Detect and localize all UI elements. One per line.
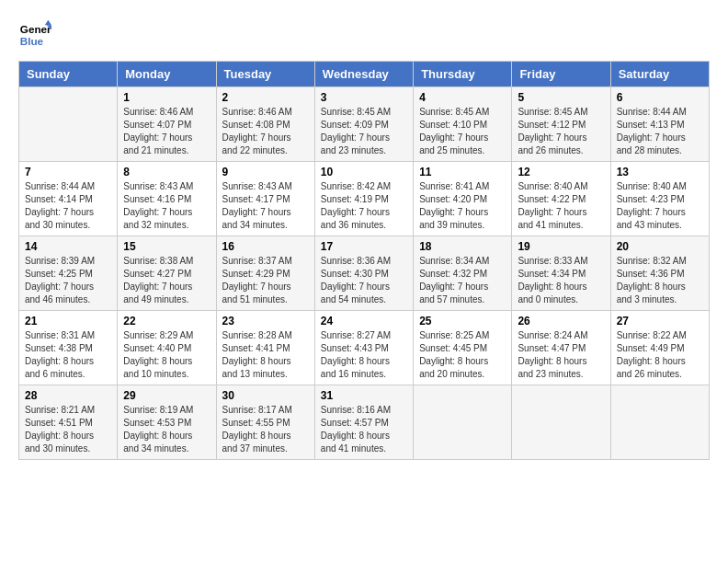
day-info: Sunrise: 8:43 AMSunset: 4:17 PMDaylight:… [222, 180, 309, 232]
logo-icon: General Blue [18, 18, 51, 52]
day-info: Sunrise: 8:28 AMSunset: 4:41 PMDaylight:… [222, 329, 309, 381]
day-cell: 1Sunrise: 8:46 AMSunset: 4:07 PMDaylight… [118, 87, 216, 162]
day-number: 29 [123, 389, 210, 402]
day-number: 23 [222, 315, 309, 327]
day-cell [414, 385, 512, 460]
day-info: Sunrise: 8:16 AMSunset: 4:57 PMDaylight:… [321, 404, 407, 455]
day-number: 8 [123, 166, 210, 178]
day-cell: 26Sunrise: 8:24 AMSunset: 4:47 PMDayligh… [512, 311, 610, 385]
week-row-2: 7Sunrise: 8:44 AMSunset: 4:14 PMDaylight… [19, 162, 710, 236]
day-info: Sunrise: 8:21 AMSunset: 4:51 PMDaylight:… [25, 404, 111, 455]
day-cell [19, 87, 118, 162]
day-number: 1 [123, 91, 210, 104]
day-info: Sunrise: 8:38 AMSunset: 4:27 PMDaylight:… [123, 255, 210, 306]
day-info: Sunrise: 8:41 AMSunset: 4:20 PMDaylight:… [419, 180, 506, 232]
day-number: 19 [518, 240, 604, 253]
day-number: 2 [222, 91, 309, 104]
day-number: 15 [123, 240, 210, 253]
header-row: SundayMondayTuesdayWednesdayThursdayFrid… [19, 62, 710, 87]
day-number: 5 [518, 91, 604, 104]
day-number: 18 [419, 240, 506, 253]
week-row-5: 28Sunrise: 8:21 AMSunset: 4:51 PMDayligh… [19, 385, 710, 460]
day-cell: 4Sunrise: 8:45 AMSunset: 4:10 PMDaylight… [414, 87, 512, 162]
day-info: Sunrise: 8:46 AMSunset: 4:07 PMDaylight:… [123, 106, 210, 157]
week-row-4: 21Sunrise: 8:31 AMSunset: 4:38 PMDayligh… [19, 311, 710, 385]
day-info: Sunrise: 8:42 AMSunset: 4:19 PMDaylight:… [321, 180, 407, 232]
day-number: 9 [222, 166, 309, 178]
day-number: 16 [222, 240, 309, 253]
day-cell: 11Sunrise: 8:41 AMSunset: 4:20 PMDayligh… [414, 162, 512, 236]
day-cell: 3Sunrise: 8:45 AMSunset: 4:09 PMDaylight… [314, 87, 413, 162]
day-number: 30 [222, 389, 309, 402]
svg-text:Blue: Blue [20, 35, 44, 47]
day-cell: 2Sunrise: 8:46 AMSunset: 4:08 PMDaylight… [216, 87, 314, 162]
day-number: 12 [518, 166, 604, 178]
day-info: Sunrise: 8:22 AMSunset: 4:49 PMDaylight:… [617, 329, 703, 381]
col-header-monday: Monday [118, 62, 216, 87]
col-header-wednesday: Wednesday [314, 62, 413, 87]
day-info: Sunrise: 8:40 AMSunset: 4:23 PMDaylight:… [617, 180, 703, 232]
day-cell: 22Sunrise: 8:29 AMSunset: 4:40 PMDayligh… [118, 311, 216, 385]
col-header-thursday: Thursday [414, 62, 512, 87]
day-info: Sunrise: 8:34 AMSunset: 4:32 PMDaylight:… [419, 255, 506, 306]
logo: General Blue [18, 18, 55, 52]
day-number: 21 [25, 315, 111, 327]
week-row-3: 14Sunrise: 8:39 AMSunset: 4:25 PMDayligh… [19, 236, 710, 311]
day-cell: 31Sunrise: 8:16 AMSunset: 4:57 PMDayligh… [314, 385, 413, 460]
page-header: General Blue [18, 18, 710, 52]
day-number: 26 [518, 315, 604, 327]
day-cell: 14Sunrise: 8:39 AMSunset: 4:25 PMDayligh… [19, 236, 118, 311]
day-info: Sunrise: 8:44 AMSunset: 4:13 PMDaylight:… [617, 106, 703, 157]
day-number: 11 [419, 166, 506, 178]
day-number: 25 [419, 315, 506, 327]
day-info: Sunrise: 8:40 AMSunset: 4:22 PMDaylight:… [518, 180, 604, 232]
day-info: Sunrise: 8:25 AMSunset: 4:45 PMDaylight:… [419, 329, 506, 381]
day-info: Sunrise: 8:36 AMSunset: 4:30 PMDaylight:… [321, 255, 407, 306]
day-cell: 10Sunrise: 8:42 AMSunset: 4:19 PMDayligh… [314, 162, 413, 236]
day-info: Sunrise: 8:32 AMSunset: 4:36 PMDaylight:… [617, 255, 703, 306]
day-info: Sunrise: 8:17 AMSunset: 4:55 PMDaylight:… [222, 404, 309, 455]
day-info: Sunrise: 8:33 AMSunset: 4:34 PMDaylight:… [518, 255, 604, 306]
day-cell: 18Sunrise: 8:34 AMSunset: 4:32 PMDayligh… [414, 236, 512, 311]
day-info: Sunrise: 8:27 AMSunset: 4:43 PMDaylight:… [321, 329, 407, 381]
day-number: 28 [25, 389, 111, 402]
day-cell: 8Sunrise: 8:43 AMSunset: 4:16 PMDaylight… [118, 162, 216, 236]
day-cell: 25Sunrise: 8:25 AMSunset: 4:45 PMDayligh… [414, 311, 512, 385]
day-info: Sunrise: 8:44 AMSunset: 4:14 PMDaylight:… [25, 180, 111, 232]
day-cell: 19Sunrise: 8:33 AMSunset: 4:34 PMDayligh… [512, 236, 610, 311]
day-number: 7 [25, 166, 111, 178]
day-cell: 27Sunrise: 8:22 AMSunset: 4:49 PMDayligh… [610, 311, 709, 385]
day-info: Sunrise: 8:24 AMSunset: 4:47 PMDaylight:… [518, 329, 604, 381]
day-cell: 9Sunrise: 8:43 AMSunset: 4:17 PMDaylight… [216, 162, 314, 236]
day-number: 20 [617, 240, 703, 253]
day-cell [610, 385, 709, 460]
day-cell: 17Sunrise: 8:36 AMSunset: 4:30 PMDayligh… [314, 236, 413, 311]
day-info: Sunrise: 8:19 AMSunset: 4:53 PMDaylight:… [123, 404, 210, 455]
day-number: 14 [25, 240, 111, 253]
day-info: Sunrise: 8:45 AMSunset: 4:09 PMDaylight:… [321, 106, 407, 157]
day-cell: 23Sunrise: 8:28 AMSunset: 4:41 PMDayligh… [216, 311, 314, 385]
day-info: Sunrise: 8:29 AMSunset: 4:40 PMDaylight:… [123, 329, 210, 381]
col-header-tuesday: Tuesday [216, 62, 314, 87]
day-cell: 5Sunrise: 8:45 AMSunset: 4:12 PMDaylight… [512, 87, 610, 162]
col-header-sunday: Sunday [19, 62, 118, 87]
day-cell: 12Sunrise: 8:40 AMSunset: 4:22 PMDayligh… [512, 162, 610, 236]
day-number: 27 [617, 315, 703, 327]
day-cell: 30Sunrise: 8:17 AMSunset: 4:55 PMDayligh… [216, 385, 314, 460]
day-cell: 29Sunrise: 8:19 AMSunset: 4:53 PMDayligh… [118, 385, 216, 460]
day-number: 4 [419, 91, 506, 104]
day-cell: 20Sunrise: 8:32 AMSunset: 4:36 PMDayligh… [610, 236, 709, 311]
day-info: Sunrise: 8:37 AMSunset: 4:29 PMDaylight:… [222, 255, 309, 306]
day-number: 13 [617, 166, 703, 178]
calendar-table: SundayMondayTuesdayWednesdayThursdayFrid… [18, 61, 710, 460]
col-header-friday: Friday [512, 62, 610, 87]
day-cell: 7Sunrise: 8:44 AMSunset: 4:14 PMDaylight… [19, 162, 118, 236]
day-number: 3 [321, 91, 407, 104]
day-number: 24 [321, 315, 407, 327]
day-info: Sunrise: 8:43 AMSunset: 4:16 PMDaylight:… [123, 180, 210, 232]
day-info: Sunrise: 8:31 AMSunset: 4:38 PMDaylight:… [25, 329, 111, 381]
day-info: Sunrise: 8:45 AMSunset: 4:10 PMDaylight:… [419, 106, 506, 157]
day-number: 10 [321, 166, 407, 178]
day-cell: 21Sunrise: 8:31 AMSunset: 4:38 PMDayligh… [19, 311, 118, 385]
day-number: 31 [321, 389, 407, 402]
